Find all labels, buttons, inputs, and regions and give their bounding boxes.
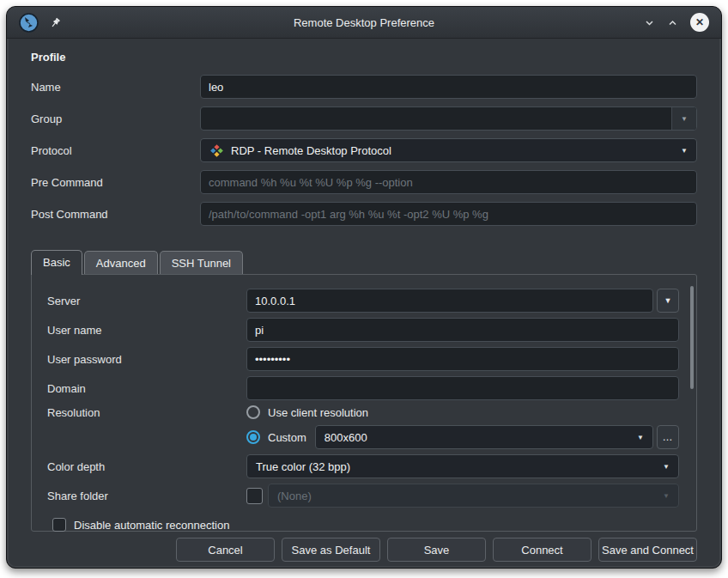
protocol-value: RDP - Remote Desktop Protocol bbox=[231, 144, 391, 157]
password-row: User password bbox=[47, 347, 679, 371]
color-depth-row: Color depth True color (32 bpp) ▼ bbox=[47, 454, 679, 478]
protocol-caret-icon: ▼ bbox=[681, 147, 688, 155]
resolution-row-custom: Custom 800x600 ▼ … bbox=[47, 425, 679, 449]
cancel-button[interactable]: Cancel bbox=[176, 538, 275, 562]
pre-command-label: Pre Command bbox=[31, 176, 200, 189]
custom-resolution-caret-icon: ▼ bbox=[637, 434, 644, 441]
vertical-scrollbar[interactable] bbox=[690, 286, 694, 389]
remote-desktop-preference-window: Remote Desktop Preference ✕ Profile Name… bbox=[6, 6, 722, 569]
custom-resolution-select[interactable]: 800x600 ▼ bbox=[315, 425, 653, 449]
color-depth-value: True color (32 bpp) bbox=[256, 460, 350, 473]
tab-basic[interactable]: Basic bbox=[31, 250, 82, 275]
save-as-default-button[interactable]: Save as Default bbox=[282, 538, 380, 562]
username-input[interactable] bbox=[246, 318, 679, 342]
post-command-input[interactable] bbox=[200, 202, 697, 226]
protocol-row: Protocol RDP - Remote Desktop Protocol ▼ bbox=[31, 138, 697, 162]
pre-command-input[interactable] bbox=[200, 170, 697, 194]
color-depth-select[interactable]: True color (32 bpp) ▼ bbox=[246, 454, 679, 478]
disable-reconnect-checkbox[interactable] bbox=[52, 518, 66, 532]
domain-label: Domain bbox=[47, 382, 246, 395]
titlebar: Remote Desktop Preference ✕ bbox=[7, 7, 721, 39]
chevron-up-icon[interactable] bbox=[667, 17, 678, 28]
window-title: Remote Desktop Preference bbox=[156, 16, 572, 29]
name-input[interactable] bbox=[200, 75, 697, 99]
rdp-protocol-icon bbox=[209, 143, 224, 158]
server-row: Server ▼ bbox=[47, 289, 679, 313]
password-label: User password bbox=[47, 353, 246, 366]
share-folder-select[interactable]: (None) ▼ bbox=[268, 484, 679, 508]
post-command-label: Post Command bbox=[31, 208, 200, 221]
name-label: Name bbox=[31, 81, 200, 94]
pin-icon[interactable] bbox=[49, 16, 62, 29]
group-input[interactable] bbox=[201, 107, 671, 130]
share-folder-label: Share folder bbox=[47, 490, 246, 502]
disable-reconnect-label: Disable automatic reconnection bbox=[74, 519, 229, 532]
password-input[interactable] bbox=[246, 347, 679, 371]
custom-resolution-radio[interactable] bbox=[246, 430, 260, 444]
disable-reconnect-row: Disable automatic reconnection bbox=[52, 518, 679, 532]
resolution-row-client: Resolution Use client resolution bbox=[47, 405, 679, 419]
share-folder-value: (None) bbox=[277, 490, 312, 502]
tab-bar: Basic Advanced SSH Tunnel bbox=[7, 250, 721, 274]
tab-advanced[interactable]: Advanced bbox=[84, 251, 158, 274]
main-content: Profile Name Group ▼ Protocol bbox=[7, 39, 721, 234]
profile-section-title: Profile bbox=[31, 51, 697, 64]
protocol-label: Protocol bbox=[31, 144, 200, 157]
tab-ssh-tunnel[interactable]: SSH Tunnel bbox=[160, 251, 243, 274]
close-icon[interactable]: ✕ bbox=[690, 13, 709, 32]
server-label: Server bbox=[47, 295, 246, 307]
resolution-more-button[interactable]: … bbox=[657, 425, 679, 449]
domain-input[interactable] bbox=[246, 376, 679, 400]
group-row: Group ▼ bbox=[31, 106, 697, 131]
share-folder-row: Share folder (None) ▼ bbox=[47, 484, 679, 508]
share-folder-checkbox[interactable] bbox=[246, 488, 263, 504]
server-input[interactable] bbox=[246, 289, 653, 313]
color-depth-caret-icon: ▼ bbox=[663, 463, 670, 471]
use-client-resolution-radio[interactable] bbox=[246, 405, 260, 419]
share-folder-caret-icon: ▼ bbox=[663, 492, 670, 500]
use-client-resolution-label: Use client resolution bbox=[268, 406, 368, 419]
chevron-down-icon[interactable] bbox=[644, 17, 655, 28]
protocol-select[interactable]: RDP - Remote Desktop Protocol ▼ bbox=[200, 138, 697, 162]
group-dropdown-button[interactable]: ▼ bbox=[671, 107, 696, 130]
save-and-connect-button[interactable]: Save and Connect bbox=[598, 538, 697, 562]
basic-tab-panel: Server ▼ User name User password Domain bbox=[31, 274, 697, 532]
name-row: Name bbox=[31, 75, 697, 99]
server-dropdown-button[interactable]: ▼ bbox=[657, 289, 679, 313]
custom-resolution-value: 800x600 bbox=[325, 431, 367, 444]
connect-button[interactable]: Connect bbox=[493, 538, 592, 562]
username-label: User name bbox=[47, 324, 246, 337]
color-depth-label: Color depth bbox=[47, 460, 246, 473]
pre-command-row: Pre Command bbox=[31, 170, 697, 194]
footer-button-bar: Cancel Save as Default Save Connect Save… bbox=[7, 532, 721, 569]
remmina-logo-icon bbox=[19, 13, 39, 33]
resolution-label: Resolution bbox=[47, 406, 246, 419]
custom-resolution-label: Custom bbox=[268, 431, 306, 444]
domain-row: Domain bbox=[47, 376, 679, 400]
post-command-row: Post Command bbox=[31, 202, 697, 226]
group-label: Group bbox=[31, 113, 200, 125]
username-row: User name bbox=[47, 318, 679, 342]
save-button[interactable]: Save bbox=[387, 538, 486, 562]
